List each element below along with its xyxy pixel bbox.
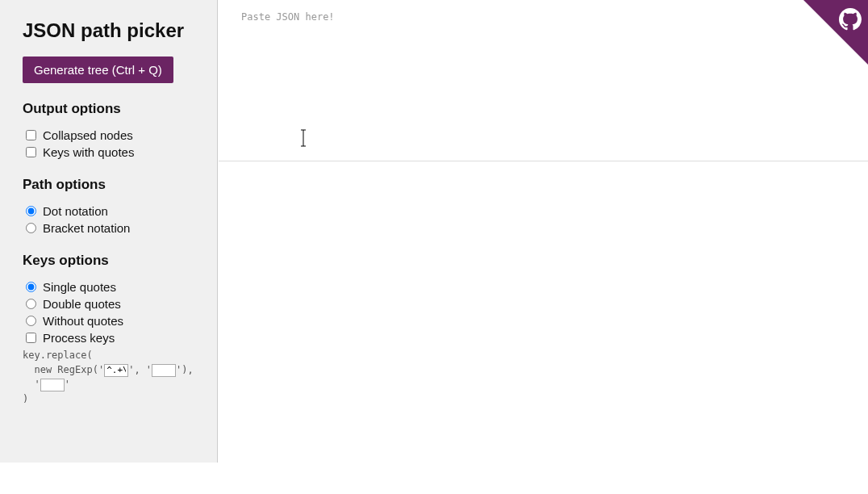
generate-tree-button[interactable]: Generate tree (Ctrl + Q): [23, 57, 173, 83]
code-text: ', ': [128, 364, 152, 375]
without-quotes-radio[interactable]: [26, 316, 36, 326]
double-quotes-label: Double quotes: [43, 297, 121, 311]
path-options-group: Path options Dot notation Bracket notati…: [23, 177, 204, 235]
process-keys-code: key.replace( new RegExp('', ''), '' ): [23, 348, 204, 406]
main-panel: [219, 0, 868, 463]
process-keys-checkbox[interactable]: [26, 333, 36, 343]
collapsed-nodes-checkbox[interactable]: [26, 130, 36, 140]
page-title: JSON path picker: [23, 19, 204, 42]
sidebar: JSON path picker Generate tree (Ctrl + Q…: [0, 0, 218, 463]
code-text: new RegExp(': [23, 364, 104, 375]
without-quotes-option[interactable]: Without quotes: [23, 314, 204, 328]
single-quotes-option[interactable]: Single quotes: [23, 280, 204, 294]
bracket-notation-radio[interactable]: [26, 223, 36, 233]
output-options-group: Output options Collapsed nodes Keys with…: [23, 101, 204, 159]
bracket-notation-label: Bracket notation: [43, 221, 130, 235]
code-text: key.replace(: [23, 350, 93, 361]
code-text: ): [23, 393, 28, 404]
code-text: '),: [176, 364, 194, 375]
dot-notation-radio[interactable]: [26, 206, 36, 216]
output-options-heading: Output options: [23, 101, 204, 117]
keys-options-heading: Keys options: [23, 253, 204, 269]
without-quotes-label: Without quotes: [43, 314, 123, 328]
json-input-textarea[interactable]: [219, 0, 868, 161]
double-quotes-radio[interactable]: [26, 299, 36, 309]
keys-with-quotes-checkbox[interactable]: [26, 147, 36, 157]
collapsed-nodes-option[interactable]: Collapsed nodes: [23, 128, 204, 142]
keys-options-group: Keys options Single quotes Double quotes…: [23, 253, 204, 406]
double-quotes-option[interactable]: Double quotes: [23, 297, 204, 311]
regex-flags-input[interactable]: [152, 364, 176, 377]
single-quotes-radio[interactable]: [26, 282, 36, 292]
keys-with-quotes-label: Keys with quotes: [43, 145, 134, 159]
process-keys-option[interactable]: Process keys: [23, 331, 204, 345]
code-text: ': [65, 379, 70, 390]
collapsed-nodes-label: Collapsed nodes: [43, 128, 133, 142]
keys-with-quotes-option[interactable]: Keys with quotes: [23, 145, 204, 159]
replace-value-input[interactable]: [40, 379, 65, 391]
single-quotes-label: Single quotes: [43, 280, 116, 294]
github-ribbon[interactable]: [803, 0, 868, 65]
process-keys-label: Process keys: [43, 331, 115, 345]
github-icon: [839, 8, 862, 31]
path-options-heading: Path options: [23, 177, 204, 193]
bracket-notation-option[interactable]: Bracket notation: [23, 221, 204, 235]
dot-notation-label: Dot notation: [43, 204, 108, 218]
code-text: ': [23, 379, 40, 390]
regex-pattern-input[interactable]: [104, 364, 128, 377]
dot-notation-option[interactable]: Dot notation: [23, 204, 204, 218]
